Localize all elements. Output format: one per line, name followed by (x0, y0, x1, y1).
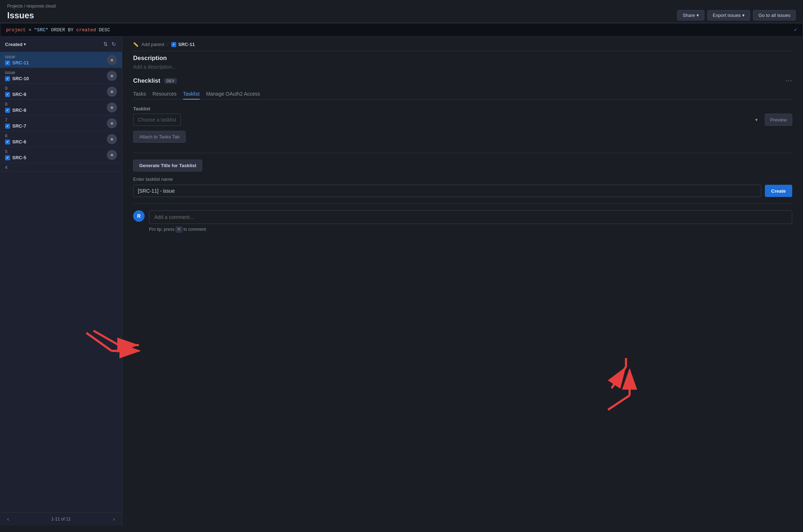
list-item[interactable]: 5 SRC-5 ● (0, 147, 122, 163)
list-item[interactable]: issue SRC-10 ● (0, 68, 122, 84)
issue-list: issue SRC-11 ● issue SRC-10 ● (0, 52, 122, 512)
issues-sidebar: Created ▾ ⇅ ↻ issue SRC-11 ● (0, 37, 122, 526)
avatar: ● (107, 118, 117, 128)
pagination-label: 1-11 of 11 (51, 517, 71, 522)
issue-id-label: SRC-7 (12, 123, 26, 129)
breadcrumb-project-name[interactable]: response cloud (26, 4, 55, 9)
query-checkmark-icon: ✓ (794, 27, 797, 33)
query-text: project = "SRC" ORDER BY created DESC (6, 27, 110, 33)
avatar: ● (107, 150, 117, 160)
avatar: ● (107, 134, 117, 144)
avatar: ● (107, 71, 117, 81)
issue-id-label: SRC-6 (12, 139, 26, 145)
breadcrumb-separator: / (24, 4, 25, 9)
tasklist-select-row: Choose a tasklist ▾ Preview (133, 114, 792, 126)
pagination-next-button[interactable]: › (111, 515, 117, 523)
tab-tasklist[interactable]: Tasklist (183, 89, 200, 100)
list-item: 4 (0, 163, 122, 172)
dev-badge: DEV (164, 78, 177, 84)
content-area: ✏️ Add parent / SRC-11 Description Add a… (122, 37, 803, 526)
sort-order-icon[interactable]: ⇅ (103, 40, 109, 48)
issue-id-label: SRC-8 (12, 107, 26, 113)
tab-tasks[interactable]: Tasks (133, 89, 146, 100)
avatar: ● (107, 102, 117, 113)
more-options-button[interactable]: ··· (786, 77, 792, 84)
sidebar-pagination: ‹ 1-11 of 11 › (0, 512, 122, 526)
keyboard-shortcut-key: M (176, 226, 182, 233)
sidebar-header: Created ▾ ⇅ ↻ (0, 37, 122, 52)
tasklist-form-label: Tasklist (133, 106, 792, 111)
checkbox-icon (5, 139, 10, 145)
sort-by-created-button[interactable]: Created ▾ (5, 42, 26, 47)
checkbox-icon (171, 42, 176, 47)
checkbox-icon (5, 60, 10, 65)
checkbox-icon (5, 76, 10, 81)
tasklist-select-wrapper: Choose a tasklist ▾ (133, 114, 761, 126)
issue-id-label: SRC-9 (12, 92, 26, 97)
export-issues-button[interactable]: Export issues ▾ (707, 10, 750, 20)
issue-id-label: SRC-5 (12, 155, 26, 160)
chevron-down-icon: ▾ (697, 13, 699, 18)
share-button[interactable]: Share ▾ (677, 10, 704, 20)
sort-label: Created (5, 42, 22, 47)
checkbox-icon (5, 155, 10, 160)
tab-manage-oauth2[interactable]: Manage OAuth2 Access (206, 89, 260, 100)
header-actions: Share ▾ Export issues ▾ Go to all issues (677, 10, 796, 20)
checkbox-icon (5, 92, 10, 97)
refresh-icon[interactable]: ↻ (111, 40, 117, 48)
checkbox-icon (5, 124, 10, 129)
attach-to-tasks-tab-button[interactable]: Attach to Tasks Tab (133, 131, 186, 143)
pro-tip: Pro tip: press M to comment (149, 227, 792, 232)
checklist-title: Checklist (133, 77, 160, 84)
chevron-down-icon: ▾ (742, 13, 745, 18)
description-title: Description (133, 55, 792, 62)
avatar: R (133, 210, 145, 222)
list-item[interactable]: 6 SRC-6 ● (0, 131, 122, 147)
comment-input[interactable] (149, 210, 792, 224)
separator: / (167, 42, 169, 47)
query-bar[interactable]: project = "SRC" ORDER BY created DESC ✓ (0, 23, 803, 37)
chevron-down-icon: ▾ (24, 42, 26, 47)
enter-tasklist-name-label: Enter tasklist name (133, 176, 792, 182)
breadcrumb: Projects / response cloud (7, 4, 796, 9)
comment-section: R Pro tip: press M to comment (133, 203, 792, 232)
checklist-tabs: Tasks Resources Tasklist Manage OAuth2 A… (133, 89, 792, 100)
issue-id-label: SRC-11 (12, 60, 29, 65)
list-item[interactable]: 9 SRC-9 ● (0, 84, 122, 100)
create-button[interactable]: Create (765, 185, 792, 197)
list-item[interactable]: issue SRC-11 ● (0, 52, 122, 68)
description-placeholder[interactable]: Add a description... (133, 64, 792, 70)
checklist-header: Checklist DEV ··· (133, 77, 792, 84)
tab-resources[interactable]: Resources (153, 89, 177, 100)
sort-icons: ⇅ ↻ (103, 40, 117, 48)
tasklist-name-input[interactable] (133, 185, 761, 197)
issue-breadcrumb: ✏️ Add parent / SRC-11 (133, 37, 792, 51)
page-title: Issues (7, 10, 34, 20)
avatar: ● (107, 87, 117, 97)
go-to-all-issues-button[interactable]: Go to all issues (753, 10, 796, 20)
issue-breadcrumb-id: SRC-11 (171, 42, 195, 47)
edit-icon: ✏️ (133, 42, 139, 47)
section-divider (133, 153, 792, 153)
chevron-down-icon: ▾ (755, 117, 758, 123)
preview-button[interactable]: Preview (765, 114, 792, 126)
issue-id-label: SRC-10 (12, 76, 29, 81)
generate-title-button[interactable]: Generate Title for Tasklist (133, 160, 202, 171)
list-item[interactable]: 7 SRC-7 ● (0, 115, 122, 131)
comment-row: R (133, 210, 792, 224)
checkbox-icon (5, 108, 10, 113)
pagination-prev-button[interactable]: ‹ (5, 515, 11, 523)
add-parent-link[interactable]: Add parent (141, 42, 164, 47)
avatar: ● (107, 55, 117, 65)
breadcrumb-projects[interactable]: Projects (7, 4, 23, 9)
tasklist-select[interactable]: Choose a tasklist (133, 114, 181, 126)
list-item[interactable]: 8 SRC-8 ● (0, 100, 122, 115)
tasklist-name-row: Create (133, 185, 792, 197)
